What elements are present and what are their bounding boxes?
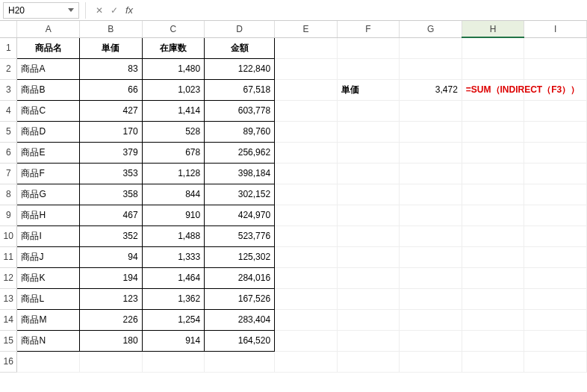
formula-input[interactable] bbox=[137, 2, 587, 19]
cell-A7[interactable]: 商品F bbox=[17, 163, 80, 184]
cell-I10[interactable] bbox=[524, 225, 587, 246]
cell-G13[interactable] bbox=[400, 288, 462, 309]
cell-F1[interactable] bbox=[337, 37, 400, 58]
cell-D9[interactable]: 424,970 bbox=[205, 205, 275, 225]
cell-B6[interactable]: 379 bbox=[80, 142, 143, 163]
cell-F2[interactable] bbox=[337, 58, 400, 79]
cell-D6[interactable]: 256,962 bbox=[205, 142, 275, 163]
cell-I14[interactable] bbox=[524, 309, 587, 330]
cell-D16[interactable] bbox=[205, 351, 275, 372]
cell-I13[interactable] bbox=[524, 288, 587, 309]
cell-A15[interactable]: 商品N bbox=[17, 330, 80, 351]
cell-G6[interactable] bbox=[400, 142, 462, 163]
cell-H9[interactable] bbox=[462, 205, 524, 225]
cell-D5[interactable]: 89,760 bbox=[205, 121, 275, 142]
col-header-I[interactable]: I bbox=[524, 21, 587, 37]
cell-H15[interactable] bbox=[462, 330, 524, 351]
col-header-D[interactable]: D bbox=[205, 21, 275, 37]
cell-C2[interactable]: 1,480 bbox=[142, 58, 205, 79]
col-header-C[interactable]: C bbox=[142, 21, 205, 37]
cell-E1[interactable] bbox=[275, 37, 338, 58]
cell-F13[interactable] bbox=[337, 288, 400, 309]
cell-H8[interactable] bbox=[462, 184, 524, 205]
cell-B8[interactable]: 358 bbox=[80, 184, 143, 205]
cell-A13[interactable]: 商品L bbox=[17, 288, 80, 309]
cell-G3[interactable]: 3,472 bbox=[400, 79, 462, 100]
cell-C10[interactable]: 1,488 bbox=[142, 225, 205, 246]
row-header[interactable]: 14 bbox=[0, 309, 17, 330]
cell-B15[interactable]: 180 bbox=[80, 330, 143, 351]
cell-C15[interactable]: 914 bbox=[142, 330, 205, 351]
cell-A10[interactable]: 商品I bbox=[17, 225, 80, 246]
cell-F11[interactable] bbox=[337, 246, 400, 267]
cell-C7[interactable]: 1,128 bbox=[142, 163, 205, 184]
fx-icon[interactable]: fx bbox=[122, 4, 136, 17]
cell-D13[interactable]: 167,526 bbox=[205, 288, 275, 309]
cell-B10[interactable]: 352 bbox=[80, 225, 143, 246]
cell-B2[interactable]: 83 bbox=[80, 58, 143, 79]
cell-I8[interactable] bbox=[524, 184, 587, 205]
cell-G5[interactable] bbox=[400, 121, 462, 142]
cell-B13[interactable]: 123 bbox=[80, 288, 143, 309]
cell-F4[interactable] bbox=[337, 100, 400, 121]
cell-G12[interactable] bbox=[400, 267, 462, 288]
cell-H2[interactable] bbox=[462, 58, 524, 79]
cell-A8[interactable]: 商品G bbox=[17, 184, 80, 205]
cell-A4[interactable]: 商品C bbox=[17, 100, 80, 121]
col-header-B[interactable]: B bbox=[80, 21, 143, 37]
cell-G14[interactable] bbox=[400, 309, 462, 330]
cell-D4[interactable]: 603,778 bbox=[205, 100, 275, 121]
cell-H5[interactable] bbox=[462, 121, 524, 142]
cell-G1[interactable] bbox=[400, 37, 462, 58]
row-header[interactable]: 6 bbox=[0, 142, 17, 163]
col-header-H[interactable]: H bbox=[462, 21, 524, 37]
cell-C6[interactable]: 678 bbox=[142, 142, 205, 163]
cell-D10[interactable]: 523,776 bbox=[205, 225, 275, 246]
cell-F10[interactable] bbox=[337, 225, 400, 246]
cell-I15[interactable] bbox=[524, 330, 587, 351]
cell-I2[interactable] bbox=[524, 58, 587, 79]
cell-A2[interactable]: 商品A bbox=[17, 58, 80, 79]
cell-E14[interactable] bbox=[275, 309, 338, 330]
cell-G16[interactable] bbox=[400, 351, 462, 372]
cell-F3[interactable]: 単価 bbox=[337, 79, 400, 100]
cell-C13[interactable]: 1,362 bbox=[142, 288, 205, 309]
cell-I9[interactable] bbox=[524, 205, 587, 225]
cell-B1[interactable]: 単価 bbox=[80, 37, 143, 58]
cell-D8[interactable]: 302,152 bbox=[205, 184, 275, 205]
cell-C8[interactable]: 844 bbox=[142, 184, 205, 205]
cell-E15[interactable] bbox=[275, 330, 338, 351]
row-header[interactable]: 16 bbox=[0, 351, 17, 372]
cell-G10[interactable] bbox=[400, 225, 462, 246]
cell-G7[interactable] bbox=[400, 163, 462, 184]
cell-E2[interactable] bbox=[275, 58, 338, 79]
cell-B5[interactable]: 170 bbox=[80, 121, 143, 142]
cell-E5[interactable] bbox=[275, 121, 338, 142]
cell-I11[interactable] bbox=[524, 246, 587, 267]
cell-C9[interactable]: 910 bbox=[142, 205, 205, 225]
cell-C4[interactable]: 1,414 bbox=[142, 100, 205, 121]
row-header[interactable]: 12 bbox=[0, 267, 17, 288]
cell-G2[interactable] bbox=[400, 58, 462, 79]
cell-H12[interactable] bbox=[462, 267, 524, 288]
cell-D15[interactable]: 164,520 bbox=[205, 330, 275, 351]
cell-I12[interactable] bbox=[524, 267, 587, 288]
col-header-E[interactable]: E bbox=[275, 21, 338, 37]
cell-C3[interactable]: 1,023 bbox=[142, 79, 205, 100]
row-header[interactable]: 11 bbox=[0, 246, 17, 267]
cell-D12[interactable]: 284,016 bbox=[205, 267, 275, 288]
cell-E8[interactable] bbox=[275, 184, 338, 205]
cell-H13[interactable] bbox=[462, 288, 524, 309]
cell-G15[interactable] bbox=[400, 330, 462, 351]
cell-E7[interactable] bbox=[275, 163, 338, 184]
cell-A3[interactable]: 商品B bbox=[17, 79, 80, 100]
cell-F5[interactable] bbox=[337, 121, 400, 142]
cell-F12[interactable] bbox=[337, 267, 400, 288]
row-header[interactable]: 13 bbox=[0, 288, 17, 309]
cell-D2[interactable]: 122,840 bbox=[205, 58, 275, 79]
cell-B3[interactable]: 66 bbox=[80, 79, 143, 100]
row-header[interactable]: 10 bbox=[0, 225, 17, 246]
cell-A14[interactable]: 商品M bbox=[17, 309, 80, 330]
cell-H7[interactable] bbox=[462, 163, 524, 184]
cell-C1[interactable]: 在庫数 bbox=[142, 37, 205, 58]
